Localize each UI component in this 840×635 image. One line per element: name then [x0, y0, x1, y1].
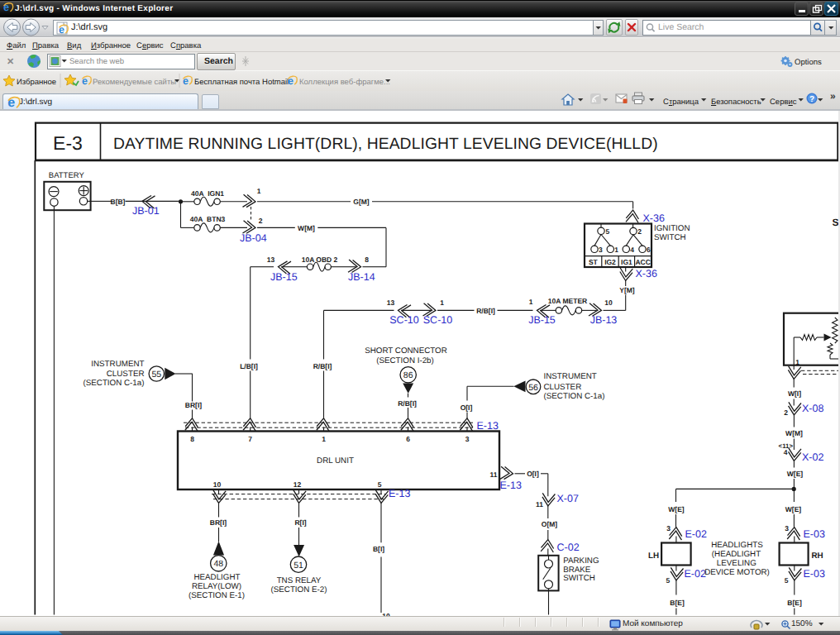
svg-text:(SECTION E-1): (SECTION E-1) [189, 591, 245, 600]
svg-text:O[I]: O[I] [527, 470, 539, 478]
svg-text:11: 11 [490, 470, 498, 479]
svg-text:CLUSTER: CLUSTER [107, 370, 145, 379]
svg-text:6: 6 [647, 246, 651, 254]
svg-text:8: 8 [190, 435, 194, 443]
svg-text:JB-14: JB-14 [348, 271, 375, 283]
svg-text:R/B[I]: R/B[I] [313, 362, 332, 370]
svg-text:13: 13 [267, 255, 275, 264]
svg-text:RELAY(LOW): RELAY(LOW) [192, 582, 241, 591]
svg-text:RH: RH [812, 551, 823, 561]
svg-text:5: 5 [378, 480, 382, 489]
svg-text:6: 6 [406, 435, 410, 443]
svg-text:IG2: IG2 [604, 258, 616, 266]
svg-text:SWITCH: SWITCH [654, 233, 686, 242]
svg-text:»: » [830, 90, 836, 102]
svg-text:W[M]: W[M] [298, 224, 315, 232]
svg-text:C-02: C-02 [557, 542, 580, 553]
svg-text:PARKING: PARKING [563, 556, 599, 566]
svg-text:B[B]: B[B] [111, 198, 126, 206]
svg-text:SWITCH: SWITCH [563, 574, 595, 583]
svg-text:E-13: E-13 [477, 420, 499, 432]
svg-text:Y[M]: Y[M] [619, 286, 635, 294]
svg-text:12: 12 [294, 480, 302, 489]
svg-text:SHORT CONNECTOR: SHORT CONNECTOR [365, 346, 447, 356]
svg-text:JB-04: JB-04 [240, 232, 267, 244]
svg-text:2: 2 [637, 227, 642, 236]
svg-text:2: 2 [259, 217, 263, 225]
svg-text:B[E]: B[E] [670, 599, 685, 607]
svg-text:W[E]: W[E] [787, 470, 804, 478]
svg-text:DRL UNIT: DRL UNIT [317, 456, 354, 466]
svg-text:5: 5 [666, 576, 670, 585]
svg-text:X-07: X-07 [557, 493, 579, 504]
svg-text:3: 3 [785, 524, 789, 532]
svg-text:(SECTION C-1a): (SECTION C-1a) [544, 392, 605, 401]
svg-text:5: 5 [785, 576, 789, 585]
svg-text:ST: ST [589, 258, 599, 266]
svg-text:1: 1 [529, 298, 533, 306]
svg-text:BR[I]: BR[I] [185, 401, 202, 409]
svg-text:B[E]: B[E] [787, 599, 802, 607]
svg-text:HEADLIGHT: HEADLIGHT [193, 573, 240, 582]
svg-text:HEADLIGHTS: HEADLIGHTS [711, 541, 763, 550]
svg-text:E-02: E-02 [685, 568, 706, 580]
svg-text:4: 4 [784, 448, 788, 456]
svg-text:E-13: E-13 [500, 480, 522, 491]
svg-text:E-02: E-02 [685, 528, 707, 540]
svg-text:7: 7 [248, 435, 252, 443]
svg-text:51: 51 [294, 561, 303, 571]
svg-text:E-03: E-03 [804, 528, 825, 540]
svg-text:E-13: E-13 [389, 488, 410, 499]
svg-text:LEVELING: LEVELING [717, 559, 756, 568]
svg-text:10A METER: 10A METER [548, 297, 587, 305]
svg-text:4: 4 [630, 246, 634, 254]
svg-text:TNS RELAY: TNS RELAY [277, 576, 322, 585]
svg-text:1: 1 [795, 358, 799, 366]
svg-text:LH: LH [648, 551, 659, 561]
svg-text:(HEADLIGHT: (HEADLIGHT [712, 550, 761, 559]
svg-text:3: 3 [465, 435, 470, 443]
svg-text:SC-10: SC-10 [389, 314, 418, 326]
svg-text:INSTRUMENT: INSTRUMENT [544, 372, 597, 381]
svg-text:DAYTIME RUNNING LIGHT(DRL), HE: DAYTIME RUNNING LIGHT(DRL), HEADLIGHT LE… [113, 136, 658, 153]
svg-text:DEVICE MOTOR): DEVICE MOTOR) [704, 568, 770, 577]
svg-text:ACC: ACC [635, 258, 650, 266]
svg-text:56: 56 [528, 383, 538, 393]
svg-text:W[E]: W[E] [785, 505, 802, 513]
svg-text:JB-01: JB-01 [132, 205, 160, 217]
svg-text:BRAKE: BRAKE [563, 566, 591, 575]
svg-text:JB-13: JB-13 [590, 314, 618, 326]
svg-text:INSTRUMENT: INSTRUMENT [91, 360, 144, 369]
svg-text:SC-10: SC-10 [423, 314, 452, 326]
svg-text:(SECTION C-1a): (SECTION C-1a) [83, 379, 144, 388]
svg-text:1: 1 [322, 435, 326, 443]
svg-text:E-3: E-3 [53, 132, 83, 154]
svg-text:2: 2 [784, 408, 788, 417]
svg-text:11: 11 [536, 500, 543, 508]
svg-text:86: 86 [403, 370, 413, 380]
svg-text:X-36: X-36 [636, 268, 657, 279]
svg-text:40A IGN1: 40A IGN1 [191, 189, 224, 198]
svg-text:IG1: IG1 [621, 258, 632, 266]
svg-text:13: 13 [387, 298, 395, 307]
svg-text:W[E]: W[E] [668, 505, 685, 513]
svg-text:W[M]: W[M] [785, 429, 803, 437]
svg-text:1: 1 [257, 187, 261, 195]
svg-text:8: 8 [365, 255, 369, 264]
svg-text:55: 55 [151, 370, 161, 380]
svg-text:3: 3 [599, 246, 603, 254]
svg-text:CLUSTER: CLUSTER [544, 383, 582, 392]
svg-text:BR[I]: BR[I] [210, 518, 227, 527]
svg-text:X-36: X-36 [643, 212, 665, 224]
svg-text:E-03: E-03 [804, 568, 825, 580]
svg-text:R[I]: R[I] [294, 518, 306, 527]
svg-text:R/B[I]: R/B[I] [476, 307, 495, 315]
svg-text:48: 48 [213, 559, 223, 569]
svg-text:?: ? [809, 95, 814, 104]
svg-text:JB-15: JB-15 [528, 314, 556, 326]
svg-text:W[I]: W[I] [788, 389, 801, 398]
svg-text:X-02: X-02 [802, 451, 823, 463]
svg-text:1: 1 [614, 246, 618, 254]
svg-text:X-08: X-08 [802, 403, 823, 414]
svg-text:O[M]: O[M] [542, 520, 558, 528]
